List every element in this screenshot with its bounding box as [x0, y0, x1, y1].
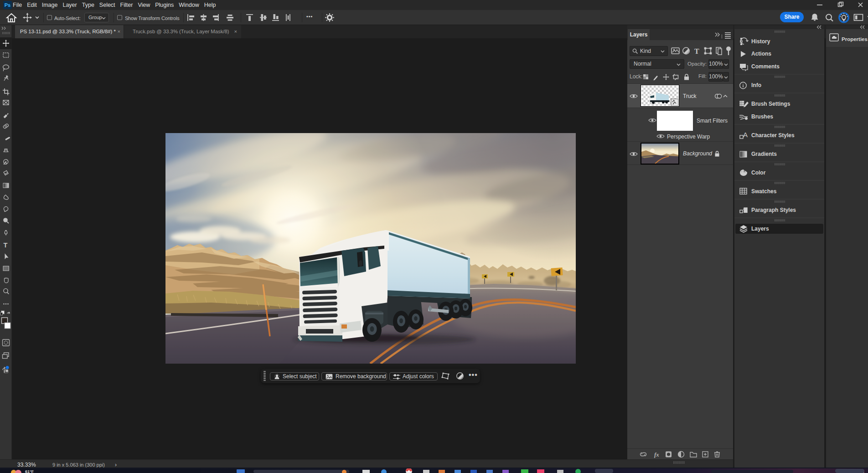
svg-text:T: T	[694, 47, 699, 55]
svg-text:fx: fx	[654, 451, 659, 458]
svg-text:A: A	[743, 131, 748, 139]
svg-text:61°F: 61°F	[25, 469, 34, 473]
svg-text:T: T	[4, 242, 8, 249]
